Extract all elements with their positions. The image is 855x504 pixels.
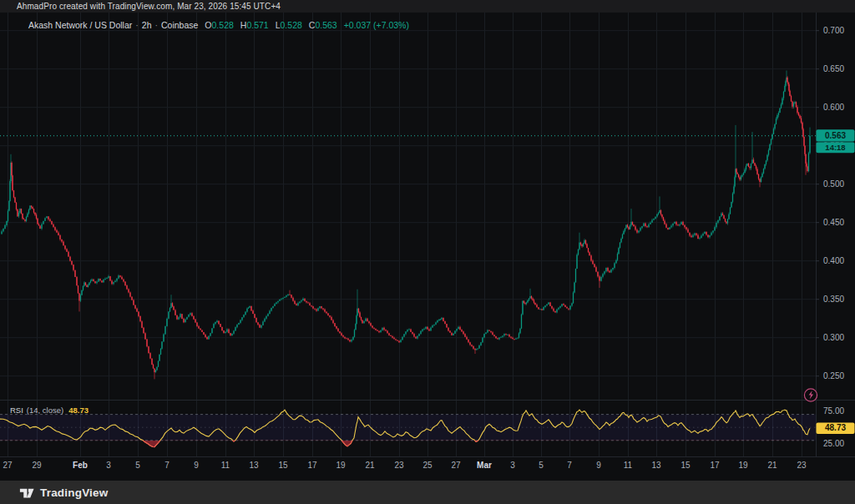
quick-action-lightning-icon[interactable] [804,389,817,401]
time-axis-label: 21 [767,461,777,470]
time-axis-label: 3 [106,461,111,470]
attribution-text: AhmadPro created with TradingView.com, M… [17,2,281,11]
time-axis-label: 27 [3,461,13,470]
time-axis-label: 11 [221,461,230,470]
price-axis-label: 0.450 [823,218,844,227]
exchange-label[interactable]: Coinbase [161,20,198,30]
price-axis-label: 0.700 [823,26,844,35]
price-axis-label: 0.250 [823,371,844,381]
time-axis-label: 23 [797,461,807,470]
tradingview-brand-text[interactable]: TradingView [40,486,108,499]
time-axis-label: 13 [651,461,661,470]
rsi-indicator-legend[interactable]: RSI(14, close)48.73 [10,406,89,415]
tradingview-chart-window: 0.7000.6500.6000.5500.5000.4500.4000.350… [0,0,855,504]
time-axis-label: 13 [249,461,259,470]
time-axis-label: 11 [624,461,633,470]
time-axis-label: Mar [477,461,492,470]
price-axis-label: 0.400 [823,256,844,265]
price-axis-label: 0.350 [823,295,844,304]
plot-layer: 0.7000.6500.6000.5500.5000.4500.4000.350… [0,13,855,481]
rsi-axis-label: 25.00 [823,439,844,448]
rsi-value-badge-text: 48.73 [825,423,846,432]
symbol-title[interactable]: Akash Network / US Dollar [28,20,132,30]
price-axis-label: 0.650 [823,64,844,73]
current-price-badge-text: 0.563 [825,131,846,140]
price-axis-label: 0.600 [823,103,844,112]
time-axis-label: 15 [278,461,288,470]
time-axis-label: Feb [73,461,88,470]
ohlc-open-value: 0.528 [212,20,234,30]
rsi-params: (14, close) [27,406,63,415]
price-axis-label: 0.300 [823,333,844,342]
time-axis-label: 27 [451,461,461,470]
ohlc-low-value: 0.528 [281,20,302,30]
time-axis-label: 21 [365,461,375,470]
interval-label[interactable]: 2h [142,20,152,30]
time-axis-label: 5 [539,461,544,470]
footer-bar: TradingView [0,481,855,504]
time-axis-label: 17 [307,461,317,470]
rsi-value: 48.73 [68,406,89,415]
time-axis-label: 23 [394,461,404,470]
time-axis-label: 19 [336,461,346,470]
time-axis-label: 7 [164,461,169,470]
tradingview-logo-icon[interactable] [18,485,34,501]
ohlc-open-key: O [205,20,211,30]
ohlc-high-value: 0.571 [246,20,268,30]
change-value: +0.037 (+7.03%) [344,20,409,30]
symbol-legend[interactable]: Akash Network / US Dollar·2h·CoinbaseO0.… [28,20,409,30]
chart-canvas[interactable]: 0.7000.6500.6000.5500.5000.4500.4000.350… [0,0,855,504]
ohlc-close-value: 0.563 [315,20,336,30]
bar-countdown-text: 14:18 [825,143,845,152]
attribution-bar: AhmadPro created with TradingView.com, M… [0,0,855,13]
rsi-title[interactable]: RSI [10,406,23,415]
legend-separator: · [135,20,139,30]
time-axis-label: 3 [510,461,515,470]
time-axis-label: 25 [422,461,433,470]
time-axis-label: 9 [596,461,601,470]
time-axis-label: 29 [32,461,42,470]
time-axis-label: 9 [194,461,199,470]
time-axis-label: 7 [567,461,572,470]
legend-separator: · [154,20,158,30]
rsi-axis-label: 75.00 [823,406,844,416]
time-axis-label: 5 [135,461,140,470]
time-axis-label: 15 [680,461,691,470]
time-axis-label: 19 [738,461,748,470]
price-axis-label: 0.500 [823,179,844,189]
time-axis-label: 17 [710,461,720,470]
